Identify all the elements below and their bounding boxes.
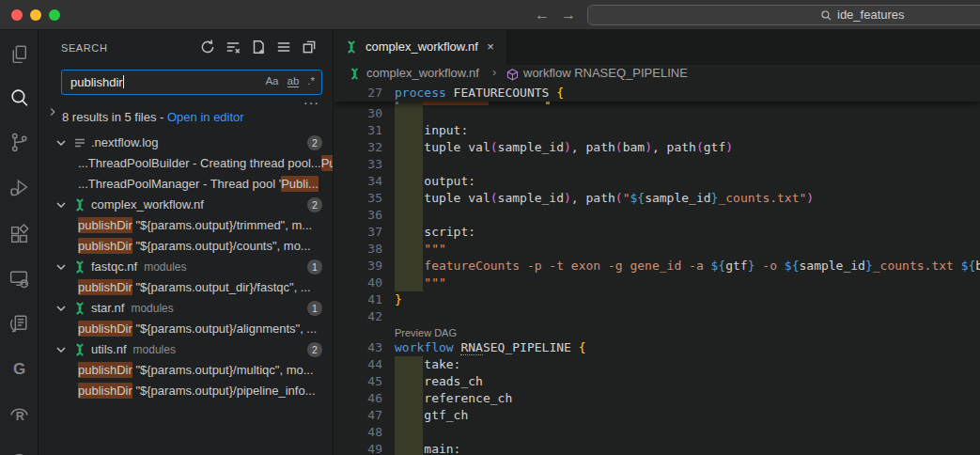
match-highlight: publishDir <box>78 217 132 233</box>
codelens-row: Preview DAG <box>334 325 980 339</box>
editor-group: complex_workflow.nf × complex_workflow.n… <box>334 30 980 455</box>
code-line[interactable]: 49 main: <box>334 441 980 455</box>
code-line[interactable]: 34 output: <box>334 173 980 190</box>
code-line[interactable]: 42 <box>334 308 980 325</box>
nextflow-file-icon <box>72 197 87 212</box>
view-as-list-icon[interactable] <box>275 39 292 55</box>
window-maximize-button[interactable] <box>49 9 60 21</box>
match-result-row[interactable]: publishDir "${params.output}/multiqc", m… <box>39 360 334 381</box>
code-line[interactable]: 40 """ <box>334 275 980 291</box>
code-line[interactable]: 45 reads_ch <box>334 373 980 390</box>
collapse-all-icon[interactable] <box>301 39 318 55</box>
match-result-row[interactable]: publishDir "${params.output}/alignments"… <box>39 319 334 339</box>
match-text: "${params.output}/pipeline_info... <box>132 384 316 398</box>
line-number: 44 <box>334 356 382 373</box>
file-result-row[interactable]: .nextflow.log2 <box>39 133 334 153</box>
extensions-icon[interactable] <box>8 223 31 246</box>
nextflow-file-icon <box>72 342 87 357</box>
search-icon <box>820 9 832 22</box>
chevron-down-icon[interactable] <box>54 301 69 316</box>
regex-icon[interactable]: .* <box>307 75 315 86</box>
code-line-text: script: <box>395 224 475 241</box>
command-center-search[interactable]: ide_features <box>587 5 980 25</box>
code-line-text: process FEATURECOUNTS { <box>395 84 564 102</box>
match-count-badge: 1 <box>307 259 322 275</box>
code-line[interactable]: 35 tuple val(sample_id), path("${sample_… <box>334 190 980 207</box>
match-result-row[interactable]: ...ThreadPoolManager - Thread pool 'Publ… <box>39 174 334 195</box>
code-line[interactable]: 38 """ <box>334 241 980 258</box>
match-case-icon[interactable]: Aa <box>265 75 278 86</box>
code-line[interactable]: 33 <box>334 156 980 173</box>
code-line[interactable]: 47 gtf_ch <box>334 407 980 424</box>
sticky-scroll-line[interactable]: 27process FEATURECOUNTS { <box>334 84 980 102</box>
code-line-text: output: <box>395 173 475 190</box>
match-result-row[interactable]: ...ThreadPoolBuilder - Creating thread p… <box>39 153 334 174</box>
partial-bottom-icon[interactable] <box>8 442 31 455</box>
open-new-search-editor-icon[interactable] <box>250 39 267 55</box>
chevron-down-icon[interactable] <box>54 135 69 150</box>
code-line[interactable]: 41} <box>334 291 980 308</box>
code-line[interactable]: 43workflow RNASEQ_PIPELINE { <box>334 339 980 356</box>
tab-close-icon[interactable]: × <box>482 39 499 55</box>
clear-search-results-icon[interactable] <box>225 39 241 55</box>
code-line[interactable]: 37 script: <box>334 224 980 241</box>
window-minimize-button[interactable] <box>30 9 41 21</box>
file-result-row[interactable]: utils.nfmodules2 <box>39 339 334 360</box>
match-text: "${params.output}/multiqc", mo... <box>132 363 314 377</box>
navigate-forward-button[interactable]: → <box>558 5 579 25</box>
file-description: modules <box>133 343 176 356</box>
code-line[interactable]: 48 <box>334 424 980 441</box>
code-line-text: """ <box>395 275 446 291</box>
match-result-row[interactable]: publishDir "${params.output_dir}/fastqc"… <box>39 277 334 298</box>
whole-word-icon[interactable]: ab <box>288 75 300 86</box>
code-line[interactable]: 36 <box>334 207 980 224</box>
toggle-replace-chevron-icon[interactable] <box>46 105 59 122</box>
line-number: 40 <box>334 275 382 291</box>
chevron-down-icon[interactable] <box>54 342 69 357</box>
code-line-text: tuple val(sample_id), path(bam), path(gt… <box>395 139 733 156</box>
run-debug-icon[interactable] <box>8 176 31 199</box>
remote-explorer-icon[interactable] <box>8 267 31 290</box>
chevron-down-icon[interactable] <box>54 197 69 212</box>
chevron-down-icon[interactable] <box>54 259 69 275</box>
breadcrumb-symbol[interactable]: workflow RNASEQ_PIPELINE <box>523 66 688 80</box>
match-result-row[interactable]: publishDir "${params.output}/trimmed", m… <box>39 215 334 236</box>
preview-dag-codelens[interactable]: Preview DAG <box>395 326 457 340</box>
open-in-editor-link[interactable]: Open in editor <box>167 110 244 124</box>
refresh-icon[interactable] <box>199 39 216 55</box>
file-result-row[interactable]: star.nfmodules1 <box>39 298 334 319</box>
code-line-text: reads_ch <box>395 373 483 390</box>
code-line[interactable]: 39 featureCounts -p -t exon -g gene_id -… <box>334 258 980 275</box>
match-highlight: Pu <box>321 155 334 171</box>
tab-complex-workflow[interactable]: complex_workflow.nf × <box>334 30 507 65</box>
breadcrumb-file[interactable]: complex_workflow.nf <box>366 66 479 80</box>
r-language-icon[interactable]: R <box>8 402 31 426</box>
code-line[interactable]: 30 <box>334 105 980 122</box>
match-highlight: publishDir <box>78 362 132 378</box>
line-number: 49 <box>334 441 382 455</box>
line-number: 32 <box>334 139 382 156</box>
match-count-badge: 2 <box>307 197 322 212</box>
file-result-row[interactable]: complex_workflow.nf2 <box>39 195 334 215</box>
nextflow-file-icon <box>72 301 87 316</box>
code-line-text: input: <box>395 122 468 139</box>
explorer-icon[interactable] <box>8 42 31 66</box>
code-line[interactable]: 46 reference_ch <box>334 390 980 407</box>
line-number: 30 <box>334 105 382 122</box>
search-panel: SEARCH publishdir Aa ab .* ··· 8 results… <box>39 30 334 455</box>
toggle-search-details-icon[interactable]: ··· <box>303 98 319 107</box>
code-line[interactable]: 32 tuple val(sample_id), path(bam), path… <box>334 139 980 156</box>
search-input[interactable]: publishdir Aa ab .* <box>61 70 322 95</box>
code-editor[interactable]: 27process FEATURECOUNTS { 3031 input:32 … <box>334 84 980 455</box>
code-line[interactable]: 31 input: <box>334 122 980 139</box>
code-line[interactable]: 44 take: <box>334 356 980 373</box>
navigate-back-button[interactable]: ← <box>532 5 552 25</box>
match-result-row[interactable]: publishDir "${params.output}/counts", mo… <box>39 236 334 257</box>
match-result-row[interactable]: publishDir "${params.output}/pipeline_in… <box>39 381 334 401</box>
file-result-row[interactable]: fastqc.nfmodules1 <box>39 257 334 277</box>
gitlens-icon[interactable]: G <box>8 357 31 381</box>
window-close-button[interactable] <box>11 9 23 21</box>
document-sync-icon[interactable] <box>8 312 31 336</box>
search-icon[interactable] <box>8 86 31 110</box>
source-control-icon[interactable] <box>8 131 31 154</box>
